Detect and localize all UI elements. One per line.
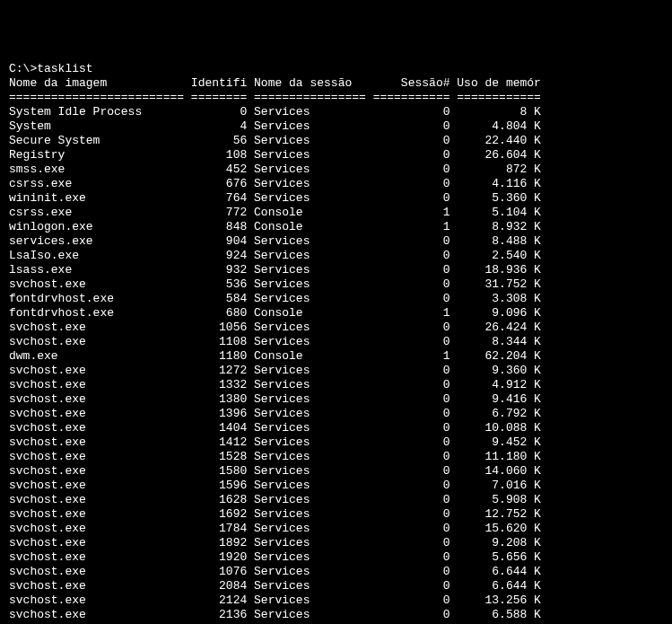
- table-row: svchost.exe 536 Services 0 31.752 K: [9, 277, 663, 292]
- table-row: svchost.exe 1596 Services 0 7.016 K: [9, 479, 663, 493]
- table-row: fontdrvhost.exe 680 Console 1 9.096 K: [9, 306, 663, 321]
- table-row: Secure System 56 Services 0 22.440 K: [9, 134, 663, 148]
- table-row: svchost.exe 1412 Services 0 9.452 K: [9, 435, 663, 450]
- table-row: svchost.exe 2136 Services 0 6.588 K: [9, 608, 663, 622]
- table-row: svchost.exe 2084 Services 0 6.644 K: [9, 579, 663, 593]
- table-row: svchost.exe 1332 Services 0 4.912 K: [9, 378, 663, 392]
- table-row: lsass.exe 932 Services 0 18.936 K: [9, 263, 663, 277]
- table-row: System Idle Process 0 Services 0 8 K: [9, 105, 663, 119]
- table-row: svchost.exe 1692 Services 0 12.752 K: [9, 507, 663, 522]
- table-row: smss.exe 452 Services 0 872 K: [9, 163, 663, 177]
- table-row: svchost.exe 1528 Services 0 11.180 K: [9, 450, 663, 464]
- header: Nome da imagem Identifi Nome da sessão S…: [9, 76, 663, 91]
- prompt: C:\>tasklist: [9, 62, 663, 76]
- table-row: services.exe 904 Services 0 8.488 K: [9, 234, 663, 249]
- table-row: svchost.exe 1784 Services 0 15.620 K: [9, 522, 663, 536]
- table-row: svchost.exe 1404 Services 0 10.088 K: [9, 421, 663, 435]
- table-row: Registry 108 Services 0 26.604 K: [9, 148, 663, 163]
- table-row: svchost.exe 1272 Services 0 9.360 K: [9, 364, 663, 378]
- table-row: svchost.exe 1380 Services 0 9.416 K: [9, 392, 663, 407]
- console-output[interactable]: C:\>tasklistNome da imagem Identifi Nome…: [9, 62, 663, 624]
- table-row: csrss.exe 676 Services 0 4.116 K: [9, 177, 663, 191]
- table-row: svchost.exe 1076 Services 0 6.644 K: [9, 565, 663, 579]
- table-row: fontdrvhost.exe 584 Services 0 3.308 K: [9, 292, 663, 306]
- table-row: dwm.exe 1180 Console 1 62.204 K: [9, 349, 663, 364]
- table-row: svchost.exe 1920 Services 0 5.656 K: [9, 550, 663, 565]
- table-row: svchost.exe 1628 Services 0 5.908 K: [9, 493, 663, 507]
- table-row: System 4 Services 0 4.804 K: [9, 119, 663, 134]
- table-row: svchost.exe 1056 Services 0 26.424 K: [9, 321, 663, 335]
- table-row: winlogon.exe 848 Console 1 8.932 K: [9, 220, 663, 234]
- table-row: svchost.exe 1580 Services 0 14.060 K: [9, 464, 663, 479]
- table-row: wininit.exe 764 Services 0 5.360 K: [9, 191, 663, 206]
- table-row: csrss.exe 772 Console 1 5.104 K: [9, 206, 663, 220]
- table-row: svchost.exe 1892 Services 0 9.208 K: [9, 536, 663, 550]
- separator: ========================= ======== =====…: [9, 91, 663, 105]
- table-row: svchost.exe 2124 Services 0 13.256 K: [9, 593, 663, 608]
- table-row: svchost.exe 1108 Services 0 8.344 K: [9, 335, 663, 349]
- table-row: LsaIso.exe 924 Services 0 2.540 K: [9, 249, 663, 263]
- table-row: svchost.exe 1396 Services 0 6.792 K: [9, 407, 663, 421]
